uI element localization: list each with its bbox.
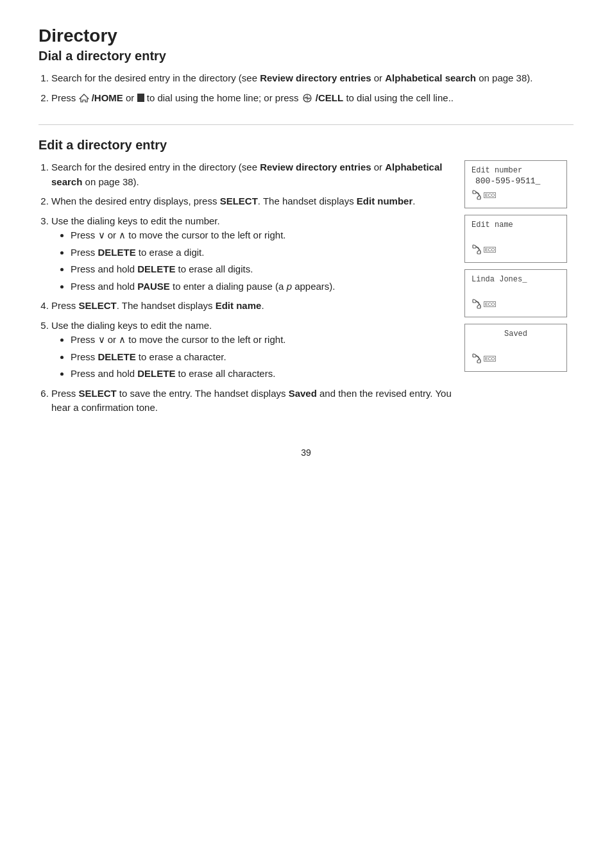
s2-s2-text1: When the desired entry displays, press <box>51 196 220 206</box>
screen3-value <box>472 285 560 295</box>
s2-s5-b3-text: DELETE to erase all characters. <box>135 368 275 379</box>
s2-s2-end: . <box>412 196 415 206</box>
s2-s2-bold2: Edit number <box>357 196 413 206</box>
screen1-label: Edit number <box>472 166 560 175</box>
s1-step2-text1: Press <box>51 92 79 103</box>
s2-s6-bold2: Saved <box>289 388 317 399</box>
s2-s4-text1: Press <box>51 300 79 311</box>
screen2-value <box>472 231 560 240</box>
screens-area: Edit number 800-595-9511_ ECO Edit name <box>464 160 574 378</box>
screen-edit-number: Edit number 800-595-9511_ ECO <box>464 160 567 208</box>
screen3-label: Linda Jones_ <box>472 275 560 284</box>
screen-saved: Saved ECO <box>464 324 567 372</box>
s2-s5-b3: Press and hold DELETE to erase all chara… <box>71 367 452 381</box>
section1-step2: Press /HOME or to dial using the home li… <box>51 91 574 106</box>
screen4-icon-row: ECO <box>472 353 560 363</box>
s2-s5-b2-text: Press DELETE to erase a character. <box>71 351 226 362</box>
s1-step1-text3: on page 38). <box>476 72 532 83</box>
page-number: 39 <box>38 447 574 458</box>
stop-icon <box>137 94 144 102</box>
s2-s2-text2: . The handset displays <box>258 196 357 206</box>
s1-step2-text3: to dial using the home line; or press <box>147 92 302 103</box>
s2-s3-b4-underline: Press and hold <box>71 281 135 292</box>
s1-step2-cell-label: /CELL <box>316 92 343 103</box>
screen2-icon-row: ECO <box>472 244 560 255</box>
screen4-label: Saved <box>472 330 560 338</box>
screen-edit-name: Edit name ECO <box>464 215 567 263</box>
s2-s3-b3-bold: DELETE <box>137 263 175 274</box>
s2-s4-text2: . The handset displays <box>117 300 216 311</box>
s2-step4: Press SELECT. The handset displays Edit … <box>51 299 452 313</box>
page: Directory Dial a directory entry Search … <box>0 0 612 496</box>
section1-steps: Search for the desired entry in the dire… <box>51 71 574 105</box>
s2-s3-b2-bold: DELETE <box>98 247 136 258</box>
s1-step2-text2: or <box>126 92 137 103</box>
s2-s6-text2: to save the entry. The handset displays <box>117 388 289 399</box>
s2-s5-b3-underline: Press and hold <box>71 368 135 379</box>
s2-s5-b1: Press ∨ or ∧ to move the cursor to the l… <box>71 333 452 347</box>
s2-s5-b2-bold: DELETE <box>98 351 136 362</box>
s2-s2-bold1: SELECT <box>220 196 258 206</box>
s2-step2: When the desired entry displays, press S… <box>51 194 452 209</box>
screen4-value <box>472 340 560 349</box>
s1-step1-bold2: Alphabetical search <box>385 72 476 83</box>
section-dial: Dial a directory entry Search for the de… <box>38 49 574 105</box>
screen1-icon-row: ECO <box>472 190 560 200</box>
s2-s4-bold1: SELECT <box>79 300 117 311</box>
s2-s3-b4: Press and hold PAUSE to enter a dialing … <box>71 280 452 294</box>
s1-step1-text2: or <box>371 72 386 83</box>
s2-s5-b2: Press DELETE to erase a character. <box>71 350 452 365</box>
page-title: Directory <box>38 26 574 46</box>
screen3-icon-row: ECO <box>472 299 560 309</box>
s2-step5: Use the dialing keys to edit the name. P… <box>51 319 452 381</box>
s2-s1-text3: on page 38). <box>82 176 139 187</box>
s2-s3-bullets: Press ∨ or ∧ to move the cursor to the l… <box>71 228 452 294</box>
s2-s1-text2: or <box>371 162 386 172</box>
screen2-eco-badge: ECO <box>484 247 496 253</box>
divider <box>38 124 574 125</box>
screen4-handset-icon <box>472 353 482 363</box>
screen3-handset-icon <box>472 299 482 309</box>
svg-marker-0 <box>80 94 89 102</box>
screen1-eco-badge: ECO <box>484 192 496 198</box>
s2-step3: Use the dialing keys to edit the number.… <box>51 214 452 294</box>
section1-step1: Search for the desired entry in the dire… <box>51 71 574 86</box>
s1-step2-home-label: /HOME <box>92 92 123 103</box>
screen1-value: 800-595-9511_ <box>472 176 560 186</box>
s2-s3-text: Use the dialing keys to edit the number. <box>51 215 220 226</box>
screen2-handset-icon <box>472 244 482 255</box>
s2-s3-b3-underline: Press and hold <box>71 263 135 274</box>
s1-step2-text4: to dial using the cell line.. <box>346 92 454 103</box>
s2-s5-b1-text: Press ∨ or ∧ to move the cursor to the l… <box>71 334 285 345</box>
s2-s5-text: Use the dialing keys to edit the name. <box>51 320 212 331</box>
s2-s4-bold2: Edit name <box>216 300 262 311</box>
screen3-eco-badge: ECO <box>484 301 496 307</box>
s2-s6-bold1: SELECT <box>79 388 117 399</box>
text-area: Search for the desired entry in the dire… <box>38 160 452 422</box>
s2-s5-b3-bold: DELETE <box>137 368 175 379</box>
screen2-label: Edit name <box>472 221 560 230</box>
section2-steps: Search for the desired entry in the dire… <box>51 160 452 415</box>
section-edit: Edit a directory entry Search for the de… <box>38 138 574 422</box>
home-icon <box>79 93 89 103</box>
screen4-eco-badge: ECO <box>484 356 496 362</box>
s2-s3-b3-text: DELETE to erase all digits. <box>135 263 253 274</box>
s2-s3-b4-bold: PAUSE <box>137 281 170 292</box>
s2-s3-b3: Press and hold DELETE to erase all digit… <box>71 262 452 277</box>
s2-step6: Press SELECT to save the entry. The hand… <box>51 387 452 415</box>
section2-heading: Edit a directory entry <box>38 138 574 153</box>
s2-step1: Search for the desired entry in the dire… <box>51 160 452 189</box>
s2-s3-b2-text: Press DELETE to erase a digit. <box>71 247 204 258</box>
s2-s5-bullets: Press ∨ or ∧ to move the cursor to the l… <box>71 333 452 381</box>
s1-step1-bold1: Review directory entries <box>260 72 371 83</box>
s2-s3-b1: Press ∨ or ∧ to move the cursor to the l… <box>71 228 452 243</box>
screen-linda-jones: Linda Jones_ ECO <box>464 269 567 317</box>
section1-heading: Dial a directory entry <box>38 49 574 63</box>
s2-s3-b2: Press DELETE to erase a digit. <box>71 246 452 260</box>
s2-s1-bold1: Review directory entries <box>260 162 371 172</box>
s2-s3-b4-text: PAUSE to enter a dialing pause (a p appe… <box>135 281 335 292</box>
content-area: Search for the desired entry in the dire… <box>38 160 574 422</box>
s2-s4-end: . <box>261 300 264 311</box>
cell-icon <box>302 93 313 103</box>
screen1-handset-icon <box>472 190 482 200</box>
